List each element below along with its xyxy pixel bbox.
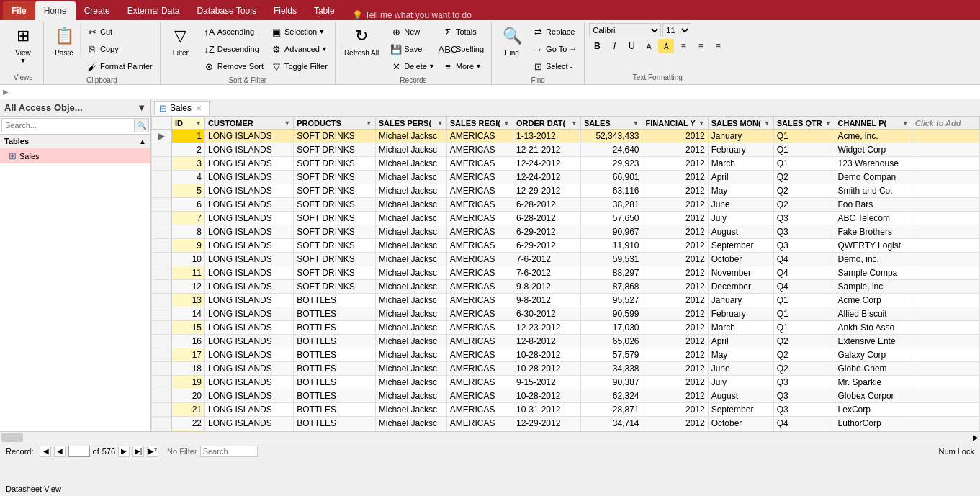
table-row[interactable]: 10LONG ISLANDSSOFT DRINKSMichael JackscA… — [152, 253, 980, 266]
cell-channel[interactable]: Demo, inc. — [835, 253, 912, 266]
cell-channel[interactable]: Foo Bars — [835, 198, 912, 212]
cell-qtr[interactable]: Q2 — [773, 348, 835, 362]
font-size-selector[interactable]: 11 — [662, 23, 691, 37]
cell-id[interactable]: 18 — [171, 362, 204, 376]
cell-id[interactable]: 1 — [171, 130, 204, 143]
cell-id[interactable]: 3 — [171, 157, 204, 171]
cell-qtr[interactable]: Q3 — [773, 239, 835, 253]
cell-salesperson[interactable]: Michael Jacksc — [375, 184, 446, 198]
cell-financial[interactable]: 2012 — [642, 417, 708, 430]
cell-region[interactable]: AMERICAS — [446, 225, 513, 239]
cell-sales[interactable]: 17,030 — [580, 321, 642, 335]
cell-channel[interactable]: Allied Biscuit — [835, 307, 912, 321]
cell-region[interactable]: AMERICAS — [446, 157, 513, 171]
align-left-button[interactable]: ≡ — [675, 39, 691, 53]
cell-month[interactable]: May — [708, 348, 773, 362]
replace-button[interactable]: ⇄ Replace — [529, 23, 580, 40]
cell-sales[interactable]: 57,579 — [580, 348, 642, 362]
cell-month[interactable]: March — [708, 321, 773, 335]
table-row[interactable]: 7LONG ISLANDSSOFT DRINKSMichael JackscAM… — [152, 212, 980, 225]
cell-qtr[interactable]: Q4 — [773, 253, 835, 266]
cell-month[interactable]: October — [708, 253, 773, 266]
cell-salesperson[interactable]: Michael Jacksc — [375, 376, 446, 389]
copy-button[interactable]: ⎘ Copy — [84, 40, 156, 58]
cell-region[interactable]: AMERICAS — [446, 362, 513, 376]
table-row[interactable]: 14LONG ISLANDSBOTTLESMichael JackscAMERI… — [152, 307, 980, 321]
column-header-sales[interactable]: SALES▼ — [580, 117, 642, 130]
cell-sales[interactable]: 66,901 — [580, 171, 642, 184]
column-header-customer[interactable]: CUSTOMER▼ — [205, 117, 294, 130]
cell-customer[interactable]: LONG ISLANDS — [205, 294, 294, 307]
tab-create[interactable]: Create — [76, 1, 119, 20]
cell-channel[interactable]: QWERTY Logist — [835, 239, 912, 253]
cell-products[interactable]: SOFT DRINKS — [294, 225, 376, 239]
cell-region[interactable]: AMERICAS — [446, 348, 513, 362]
cell-qtr[interactable]: Q3 — [773, 403, 835, 417]
table-row[interactable]: 21LONG ISLANDSBOTTLESMichael JackscAMERI… — [152, 403, 980, 417]
cell-customer[interactable]: LONG ISLANDS — [205, 430, 294, 432]
remove-sort-button[interactable]: ⊗ Remove Sort — [201, 58, 266, 75]
cell-financial[interactable]: 2012 — [642, 171, 708, 184]
cell-products[interactable]: BOTTLES — [294, 335, 376, 348]
cell-region[interactable]: AMERICAS — [446, 335, 513, 348]
table-row[interactable]: 18LONG ISLANDSBOTTLESMichael JackscAMERI… — [152, 362, 980, 376]
cell-month[interactable]: February — [708, 307, 773, 321]
find-button[interactable]: 🔍 Find — [496, 23, 528, 58]
nav-new-button[interactable]: ▶* — [147, 446, 158, 457]
tab-database-tools[interactable]: Database Tools — [188, 1, 265, 20]
cell-sales[interactable]: 52,343,433 — [580, 130, 642, 143]
cell-salesperson[interactable]: Michael Jacksc — [375, 198, 446, 212]
cell-customer[interactable]: LONG ISLANDS — [205, 157, 294, 171]
cell-orderdate[interactable]: 4-15-2012 — [513, 430, 580, 432]
cell-channel[interactable]: Acme, inc. — [835, 130, 912, 143]
search-bar[interactable] — [200, 446, 258, 457]
cell-month[interactable]: March — [708, 157, 773, 171]
cell-month[interactable]: November — [708, 266, 773, 280]
cell-products[interactable]: SOFT DRINKS — [294, 239, 376, 253]
cell-orderdate[interactable]: 6-28-2012 — [513, 198, 580, 212]
cell-month[interactable]: August — [708, 225, 773, 239]
cell-channel[interactable]: ABC Telecom — [835, 212, 912, 225]
cell-orderdate[interactable]: 7-6-2012 — [513, 266, 580, 280]
cell-orderdate[interactable]: 6-29-2012 — [513, 239, 580, 253]
cell-customer[interactable]: LONG ISLANDS — [205, 198, 294, 212]
table-row[interactable]: 6LONG ISLANDSSOFT DRINKSMichael JackscAM… — [152, 198, 980, 212]
cell-customer[interactable]: LONG ISLANDS — [205, 362, 294, 376]
ascending-button[interactable]: ↑A Ascending — [201, 23, 266, 40]
cell-sales[interactable]: 57,650 — [580, 212, 642, 225]
cell-region[interactable]: AMERICAS — [446, 321, 513, 335]
cell-products[interactable]: BOTTLES — [294, 389, 376, 403]
table-row[interactable]: 17LONG ISLANDSBOTTLESMichael JackscAMERI… — [152, 348, 980, 362]
cell-sales[interactable]: 29,923 — [580, 157, 642, 171]
cell-region[interactable]: AMERICAS — [446, 376, 513, 389]
tab-fields[interactable]: Fields — [265, 1, 305, 20]
cell-financial[interactable]: 2012 — [642, 198, 708, 212]
cell-products[interactable]: BOTTLES — [294, 376, 376, 389]
select-button[interactable]: ⊡ Select - — [529, 58, 580, 75]
cell-salesperson[interactable]: Michael Jacksc — [375, 430, 446, 432]
font-color-button[interactable]: A — [641, 39, 657, 53]
cell-id[interactable]: 15 — [171, 321, 204, 335]
cell-month[interactable]: May — [708, 184, 773, 198]
cell-customer[interactable]: LONG ISLANDS — [205, 171, 294, 184]
cell-sales[interactable]: 24,640 — [580, 143, 642, 157]
cell-qtr[interactable]: Q1 — [773, 294, 835, 307]
nav-prev-button[interactable]: ◀ — [54, 446, 66, 457]
cell-customer[interactable]: LONG ISLANDS — [205, 389, 294, 403]
column-header-products[interactable]: PRODUCTS▼ — [294, 117, 376, 130]
cell-orderdate[interactable]: 9-15-2012 — [513, 376, 580, 389]
cell-month[interactable]: September — [708, 239, 773, 253]
toggle-filter-button[interactable]: ▽ Toggle Filter — [268, 58, 331, 75]
table-row[interactable]: 15LONG ISLANDSBOTTLESMichael JackscAMERI… — [152, 321, 980, 335]
table-row[interactable]: 5LONG ISLANDSSOFT DRINKSMichael JackscAM… — [152, 184, 980, 198]
table-row[interactable]: 2LONG ISLANDSSOFT DRINKSMichael JackscAM… — [152, 143, 980, 157]
sidebar-options-button[interactable]: ▼ — [137, 102, 146, 113]
cell-month[interactable]: November — [708, 430, 773, 432]
cell-sales[interactable]: 34,338 — [580, 362, 642, 376]
table-row[interactable]: 4LONG ISLANDSSOFT DRINKSMichael JackscAM… — [152, 171, 980, 184]
cell-channel[interactable]: 123 Warehouse — [835, 157, 912, 171]
scroll-thumb[interactable] — [1, 433, 23, 442]
cell-customer[interactable]: LONG ISLANDS — [205, 143, 294, 157]
cell-qtr[interactable]: Q3 — [773, 376, 835, 389]
tab-file[interactable]: File — [3, 1, 35, 20]
